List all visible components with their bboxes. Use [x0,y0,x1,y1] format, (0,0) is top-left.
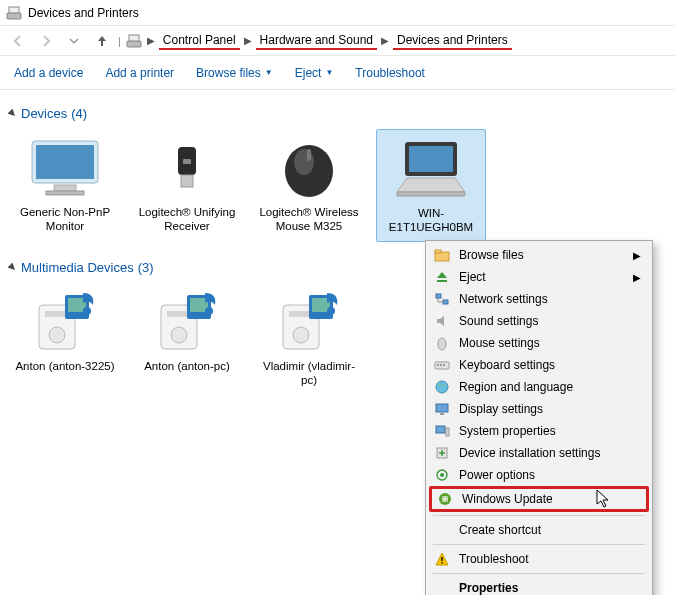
device-label: WIN-E1T1UEGH0BM [379,206,483,235]
media-server-icon [134,287,240,357]
svg-point-26 [171,327,187,343]
menu-item-troubleshoot[interactable]: Troubleshoot [429,548,649,570]
device-label: Anton (anton-pc) [134,359,240,373]
globe-icon [433,378,451,396]
svg-rect-43 [437,364,439,366]
menu-label: Sound settings [459,314,641,328]
menu-item-sound-settings[interactable]: Sound settings [429,310,649,332]
svg-point-35 [327,307,335,315]
svg-rect-39 [436,294,441,298]
device-item-media-server[interactable]: Anton (anton-pc) [132,283,242,394]
warning-icon [433,550,451,568]
chevron-right-icon[interactable]: ▶ [244,35,252,46]
svg-rect-44 [440,364,442,366]
menu-label: Display settings [459,402,641,416]
menu-item-windows-update[interactable]: Windows Update [429,486,649,512]
menu-item-network-settings[interactable]: Network settings [429,288,649,310]
mouse-small-icon [433,334,451,352]
chevron-right-icon[interactable]: ▶ [381,35,389,46]
up-button[interactable] [90,29,114,53]
device-install-icon [433,444,451,462]
svg-rect-10 [183,159,191,164]
device-item-monitor[interactable]: Generic Non-PnP Monitor [10,129,120,242]
svg-point-20 [49,327,65,343]
keyboard-icon [433,356,451,374]
back-button[interactable] [6,29,30,53]
menu-label: Properties [459,581,641,595]
devices-list: Generic Non-PnP Monitor Logitech® Unifyi… [6,129,669,242]
address-icon [125,32,143,50]
svg-point-46 [436,381,448,393]
mouse-icon [256,133,362,203]
eject-icon [433,268,451,286]
expand-icon [8,109,17,118]
submenu-arrow-icon: ▶ [633,250,641,261]
browse-files-button[interactable]: Browse files▼ [196,66,273,80]
menu-item-properties[interactable]: Properties [429,577,649,595]
device-item-media-server[interactable]: Vladimir (vladimir-pc) [254,283,364,394]
crumb-devices-printers[interactable]: Devices and Printers [393,31,512,50]
menu-label: Troubleshoot [459,552,641,566]
power-icon [433,466,451,484]
address-start-separator: | [118,35,121,47]
menu-label: Region and language [459,380,641,394]
svg-point-53 [440,473,444,477]
chevron-right-icon[interactable]: ▶ [147,35,155,46]
svg-rect-45 [443,364,445,366]
svg-rect-48 [440,413,444,415]
speaker-icon [433,312,451,330]
troubleshoot-button[interactable]: Troubleshoot [355,66,425,80]
svg-rect-38 [437,280,447,282]
device-label: Vladimir (vladimir-pc) [256,359,362,388]
svg-rect-0 [7,13,21,19]
cursor-icon [596,489,612,509]
menu-item-browse-files[interactable]: Browse files ▶ [429,244,649,266]
menu-separator [433,515,645,516]
menu-item-create-shortcut[interactable]: Create shortcut [429,519,649,541]
menu-item-mouse-settings[interactable]: Mouse settings [429,332,649,354]
menu-item-display-settings[interactable]: Display settings [429,398,649,420]
svg-rect-17 [397,192,465,196]
svg-rect-5 [36,145,94,179]
add-printer-button[interactable]: Add a printer [105,66,174,80]
usb-receiver-icon [134,133,240,203]
display-icon [433,400,451,418]
folder-icon [433,246,451,264]
crumb-hardware-sound[interactable]: Hardware and Sound [256,31,377,50]
group-header-devices[interactable]: Devices (4) [8,106,669,121]
device-item-computer[interactable]: WIN-E1T1UEGH0BM [376,129,486,242]
device-item-receiver[interactable]: Logitech® Unifying Receiver [132,129,242,242]
device-item-mouse[interactable]: Logitech® Wireless Mouse M325 [254,129,364,242]
svg-marker-16 [397,178,465,192]
recent-locations-button[interactable] [62,29,86,53]
monitor-icon [12,133,118,203]
menu-item-eject[interactable]: Eject ▶ [429,266,649,288]
menu-separator [433,573,645,574]
group-label: Multimedia Devices [21,260,134,275]
menu-item-system-properties[interactable]: System properties [429,420,649,442]
svg-point-41 [438,338,446,350]
menu-label: Create shortcut [459,523,641,537]
menu-label: Mouse settings [459,336,641,350]
window-title: Devices and Printers [28,6,139,20]
svg-rect-9 [181,175,193,187]
crumb-control-panel[interactable]: Control Panel [159,31,240,50]
add-device-button[interactable]: Add a device [14,66,83,80]
menu-label: Device installation settings [459,446,641,460]
forward-button[interactable] [34,29,58,53]
submenu-arrow-icon: ▶ [633,272,641,283]
breadcrumb: Control Panel ▶ Hardware and Sound ▶ Dev… [159,31,512,50]
menu-item-region-language[interactable]: Region and language [429,376,649,398]
device-label: Generic Non-PnP Monitor [12,205,118,234]
menu-item-keyboard-settings[interactable]: Keyboard settings [429,354,649,376]
menu-item-power-options[interactable]: Power options [429,464,649,486]
eject-button[interactable]: Eject▼ [295,66,334,80]
svg-rect-15 [409,146,453,172]
svg-point-29 [205,307,213,315]
svg-rect-55 [441,557,442,561]
device-item-media-server[interactable]: Anton (anton-3225) [10,283,120,394]
menu-item-device-installation[interactable]: Device installation settings [429,442,649,464]
expand-icon [8,263,17,272]
computer-icon [433,422,451,440]
svg-rect-40 [443,300,448,304]
